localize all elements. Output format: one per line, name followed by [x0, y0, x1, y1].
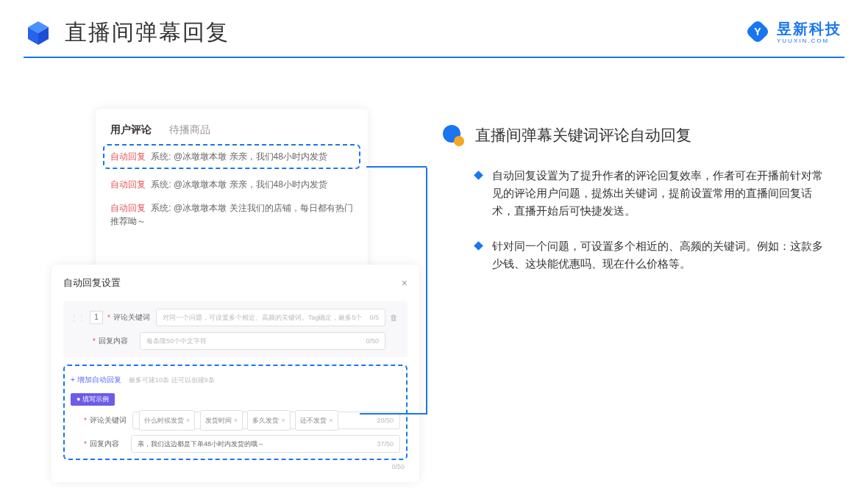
bullet-text: 自动回复设置为了提升作者的评论回复效率，作者可在开播前针对常见的评论用户问题，提… [492, 168, 824, 220]
comment-row: 自动回复 系统: @冰墩墩本墩 亲亲，我们48小时内发货 [110, 178, 353, 191]
required-dot: * [84, 417, 87, 425]
bullet-text: 针对同一个问题，可设置多个相近的、高频的关键词。例如：这款多少钱、这块能优惠吗、… [492, 238, 824, 273]
form-block: ⋮⋮ 1 * 评论关键词 对同一个问题，可设置多个相近、高频的关键词。Tag确定… [63, 301, 408, 357]
row-number: 1 [90, 311, 103, 324]
example-block: + 增加自动回复 最多可建10条 还可以创建9条 ● 填写示例 * 评论关键词 … [63, 365, 408, 460]
comment-row: 自动回复 系统: @冰墩墩本墩 关注我们的店铺，每日都有热门推荐呦～ [110, 201, 353, 228]
section-title: 直播间弹幕关键词评论自动回复 [475, 125, 691, 146]
ex-keyword-count: 20/50 [377, 412, 394, 428]
brand: Y 昱新科技 YUUXIN.COM [746, 19, 842, 44]
required-dot: * [84, 440, 87, 448]
page-title: 直播间弹幕回复 [65, 18, 230, 48]
ex-keyword-label: 评论关键词 [90, 415, 127, 426]
required-dot: * [93, 337, 96, 345]
ex-content-count: 37/50 [377, 436, 394, 452]
content-row: * 回复内容 每条限50个中文字符 0/50 🗑 [71, 332, 400, 350]
header-divider [24, 57, 844, 58]
ex-content-input[interactable]: 亲，我们这边都是下单48小时内发货的哦～ 37/50 [131, 435, 400, 453]
auto-reply-settings-panel: 自动回复设置 × ⋮⋮ 1 * 评论关键词 对同一个问题，可设置多个相近、高频的… [51, 265, 419, 482]
cube-icon [24, 18, 53, 48]
brand-subtitle: YUUXIN.COM [777, 37, 842, 44]
tab-pending-products[interactable]: 待播商品 [169, 123, 210, 137]
right-content: 直播间弹幕关键词评论自动回复 自动回复设置为了提升作者的评论回复效率，作者可在开… [441, 123, 824, 291]
auto-reply-tag: 自动回复 [110, 203, 146, 213]
comment-text: 系统: @冰墩墩本墩 亲亲，我们48小时内发货 [151, 179, 327, 190]
keyword-placeholder: 对同一个问题，可设置多个相近、高频的关键词。Tag确定，最多5个 [163, 309, 363, 326]
trash-icon[interactable]: 🗑 [390, 313, 400, 322]
ex-content-value: 亲，我们这边都是下单48小时内发货的哦～ [138, 436, 264, 452]
section-heading: 直播间弹幕关键词评论自动回复 [441, 123, 824, 147]
connector-line [426, 168, 427, 415]
keyword-tag[interactable]: 多久发货× [247, 410, 290, 431]
content-placeholder: 每条限50个中文字符 [146, 333, 207, 349]
settings-title: 自动回复设置 [63, 276, 121, 290]
comment-text: 系统: @冰墩墩本墩 亲亲，我们48小时内发货 [151, 151, 327, 162]
page-header: 直播间弹幕回复 Y 昱新科技 YUUXIN.COM [0, 0, 868, 57]
tab-user-comments[interactable]: 用户评论 [110, 123, 152, 137]
bullet-item: 针对同一个问题，可设置多个相近的、高频的关键词。例如：这款多少钱、这块能优惠吗、… [441, 238, 824, 273]
auto-reply-tag: 自动回复 [110, 151, 146, 162]
required-dot: * [107, 314, 110, 322]
keyword-row: ⋮⋮ 1 * 评论关键词 对同一个问题，可设置多个相近、高频的关键词。Tag确定… [71, 309, 400, 326]
ex-content-label: 回复内容 [90, 439, 125, 449]
close-icon[interactable]: × [402, 277, 408, 289]
diamond-icon [474, 171, 483, 180]
settings-title-row: 自动回复设置 × [63, 276, 408, 290]
add-auto-reply-link[interactable]: + 增加自动回复 [71, 375, 121, 385]
auto-reply-tag: 自动回复 [110, 179, 146, 190]
comment-text: 系统: @冰墩墩本墩 关注我们的店铺，每日都有热门推荐呦～ [110, 203, 353, 226]
content-input[interactable]: 每条限50个中文字符 0/50 [140, 332, 385, 350]
svg-text:Y: Y [754, 26, 761, 37]
example-badge: ● 填写示例 [71, 393, 115, 406]
add-hint: 最多可建10条 还可以创建9条 [129, 376, 215, 384]
svg-point-6 [454, 136, 464, 146]
comments-panel: 用户评论 待播商品 自动回复 系统: @冰墩墩本墩 亲亲，我们48小时内发货 自… [96, 109, 368, 282]
keyword-label: 评论关键词 [113, 312, 150, 323]
comment-row: 自动回复 系统: @冰墩墩本墩 亲亲，我们48小时内发货 [110, 150, 353, 163]
keyword-tag[interactable]: 发货时间× [200, 410, 243, 431]
extra-count: 0/50 [63, 463, 408, 470]
keyword-tag[interactable]: 什么时候发货× [139, 410, 195, 431]
tag-container: 什么时候发货× 发货时间× 多久发货× 还不发货× [139, 410, 341, 431]
content-label: 回复内容 [99, 336, 134, 346]
bullet-item: 自动回复设置为了提升作者的评论回复效率，作者可在开播前针对常见的评论用户问题，提… [441, 168, 824, 220]
connector-line [360, 413, 427, 415]
content-count: 0/50 [366, 333, 379, 349]
highlighted-comment: 自动回复 系统: @冰墩墩本墩 亲亲，我们48小时内发货 [103, 144, 360, 169]
keyword-input[interactable]: 对同一个问题，可设置多个相近、高频的关键词。Tag确定，最多5个 0/5 [156, 309, 385, 326]
brand-logo-icon: Y [746, 20, 769, 43]
keyword-count: 0/5 [369, 309, 379, 326]
example-keyword-row: * 评论关键词 什么时候发货× 发货时间× 多久发货× 还不发货× 20/50 [71, 412, 400, 429]
keyword-tag[interactable]: 还不发货× [295, 410, 338, 431]
connector-line [366, 166, 427, 168]
example-content-row: * 回复内容 亲，我们这边都是下单48小时内发货的哦～ 37/50 [71, 435, 400, 453]
diamond-icon [474, 241, 483, 251]
brand-name: 昱新科技 [777, 21, 842, 37]
comments-tabs: 用户评论 待播商品 [110, 123, 353, 137]
chat-bubble-icon [441, 123, 465, 147]
